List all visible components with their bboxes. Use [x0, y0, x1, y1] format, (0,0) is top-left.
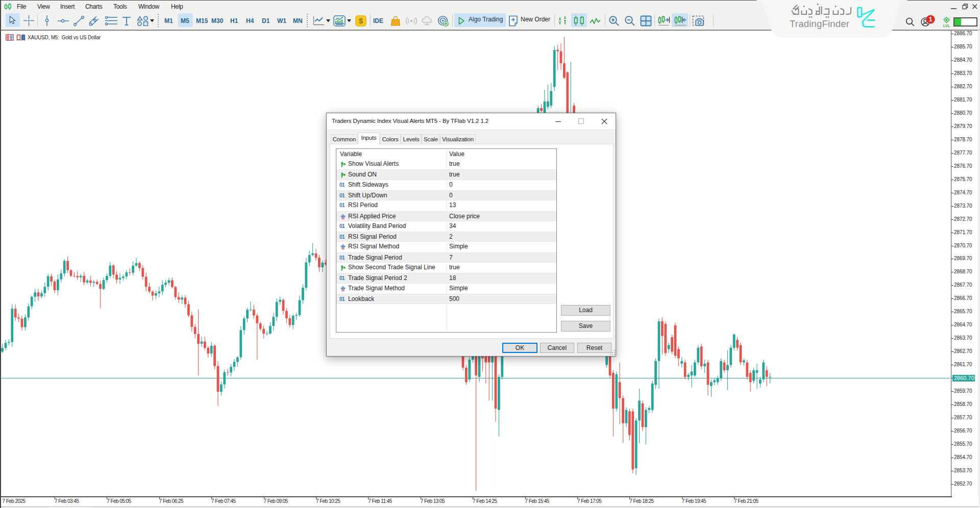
svg-text:TradingFinder: TradingFinder — [790, 18, 849, 29]
svg-text:1: 1 — [929, 16, 933, 23]
svg-text:LVL: LVL — [943, 23, 950, 28]
svg-text:$: $ — [359, 16, 363, 25]
